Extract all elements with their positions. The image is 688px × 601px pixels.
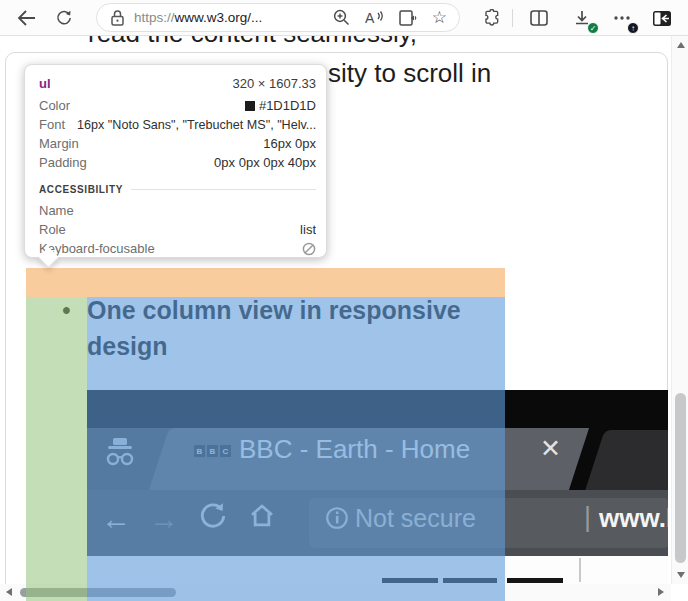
immersive-reader-icon[interactable] — [399, 10, 417, 26]
refresh-button[interactable] — [52, 6, 76, 30]
bbc-back-icon: ← — [101, 502, 131, 536]
list-item-heading: One column view in responsive design — [87, 292, 469, 364]
bbc-url-text: www.bl — [599, 503, 668, 534]
downloads-icon[interactable]: ✓ — [570, 6, 594, 30]
bbc-next-tab — [585, 430, 668, 490]
list-bullet: • — [62, 296, 71, 325]
tooltip-color-value: #1D1D1D — [259, 98, 316, 113]
scroll-right-arrow[interactable] — [658, 588, 664, 596]
accessibility-role-label: Role — [39, 222, 66, 237]
svg-text:A: A — [365, 10, 375, 26]
accessibility-name-label: Name — [39, 203, 74, 218]
horizontal-scrollbar-thumb[interactable] — [20, 588, 176, 597]
tooltip-margin-label: Margin — [39, 136, 79, 151]
scroll-left-arrow[interactable] — [6, 588, 12, 596]
accessibility-role-value: list — [300, 222, 316, 237]
devtools-inspect-tooltip: ul 320 × 1607.33 Color #1D1D1D Font 16px… — [24, 64, 327, 258]
tooltip-padding-value: 0px 0px 0px 40px — [214, 155, 316, 170]
bbc-home-icon — [247, 501, 277, 531]
browser-window: read the content seamlessly, sity to scr… — [0, 0, 688, 601]
tooltip-font-value: 16px "Noto Sans", "Trebuchet MS", "Helv.… — [77, 118, 316, 132]
bbc-forward-icon: → — [149, 502, 179, 536]
vertical-scrollbar-thumb[interactable] — [675, 393, 686, 563]
bbc-toolbar: ← → Not secure | www.bl — [87, 490, 668, 556]
tooltip-margin-value: 16px 0px — [263, 136, 316, 151]
page-text-line2-fragment: sity to scroll in — [328, 58, 491, 89]
browser-toolbar: https://www.w3.org/... A ☆ ✓ — [0, 0, 688, 36]
extensions-icon[interactable] — [479, 6, 503, 30]
horizontal-scrollbar[interactable] — [0, 584, 671, 601]
bbc-refresh-icon — [197, 500, 229, 532]
more-menu-icon[interactable]: ↑ — [610, 6, 634, 30]
bbc-dash — [382, 578, 438, 583]
bbc-dash — [443, 578, 497, 583]
tooltip-padding-label: Padding — [39, 155, 87, 170]
back-button[interactable] — [14, 6, 38, 30]
split-screen-icon[interactable] — [527, 6, 551, 30]
bbc-page-top — [87, 556, 668, 584]
read-aloud-icon[interactable]: A — [365, 10, 384, 26]
bbc-info-icon — [324, 505, 350, 531]
vertical-scrollbar[interactable] — [671, 36, 688, 584]
favorites-star-icon[interactable]: ☆ — [432, 10, 447, 26]
address-bar[interactable]: https://www.w3.org/... A ☆ — [96, 3, 460, 32]
scroll-down-arrow[interactable] — [677, 572, 685, 578]
update-available-badge: ↑ — [627, 22, 639, 34]
bbc-url-divider: | — [584, 502, 591, 533]
bbc-security-label: Not secure — [355, 504, 476, 533]
lock-icon[interactable] — [111, 10, 124, 26]
embedded-bbc-screenshot-image: BBC BBC - Earth - Home ✕ ← → Not secure … — [87, 390, 668, 584]
tooltip-color-label: Color — [39, 98, 70, 113]
bbc-content-divider — [579, 558, 581, 582]
bbc-tab-close-icon: ✕ — [540, 434, 561, 463]
accessibility-section-header: ACCESSIBILITY — [39, 182, 316, 197]
tooltip-element-tag: ul — [39, 76, 51, 91]
scroll-up-arrow[interactable] — [677, 42, 685, 48]
toolbar-divider — [512, 9, 513, 27]
not-focusable-icon — [302, 242, 316, 256]
bbc-tab-title: BBC - Earth - Home — [239, 434, 470, 465]
bbc-dash — [507, 578, 563, 583]
incognito-icon — [103, 436, 137, 470]
url-text[interactable]: https://www.w3.org/... — [134, 10, 262, 25]
tooltip-dimensions: 320 × 1607.33 — [233, 76, 317, 91]
zoom-in-icon[interactable] — [333, 9, 350, 26]
bbc-logo: BBC — [194, 445, 231, 457]
tooltip-font-label: Font — [39, 117, 65, 132]
download-complete-badge: ✓ — [587, 22, 599, 34]
sidebar-toggle-icon[interactable] — [650, 6, 674, 30]
color-swatch — [245, 101, 255, 111]
